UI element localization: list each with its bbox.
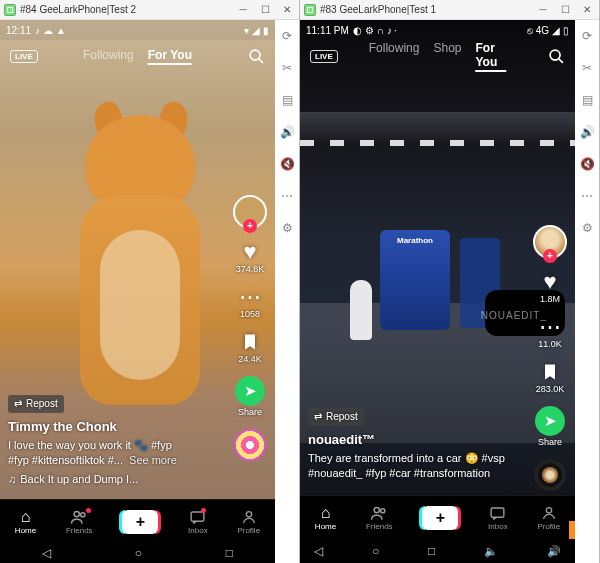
caption-text[interactable]: They are transformed into a car 😳 #vsp #…: [308, 451, 515, 481]
status-dot-icon: ·: [394, 25, 397, 36]
tool-volume-up-icon[interactable]: 🔊: [579, 124, 595, 140]
heart-icon: ♥: [543, 271, 556, 293]
minimize-button[interactable]: ─: [535, 2, 551, 18]
app-icon: [304, 4, 316, 16]
creator-avatar[interactable]: +: [533, 225, 567, 259]
like-button[interactable]: ♥374.8K: [236, 241, 265, 274]
tool-folder-icon[interactable]: ▤: [279, 92, 295, 108]
tool-settings-icon[interactable]: ⚙: [279, 220, 295, 236]
close-button[interactable]: ✕: [279, 2, 295, 18]
home-icon: ⌂: [321, 505, 331, 521]
wifi-icon: ▾: [244, 25, 249, 36]
tab-following[interactable]: Following: [369, 41, 420, 72]
close-button[interactable]: ✕: [579, 2, 595, 18]
status-icon: ∩: [377, 25, 384, 36]
recents-button[interactable]: □: [226, 546, 233, 560]
volume-up-button[interactable]: 🔊: [547, 545, 561, 558]
android-system-nav: ◁ ○ □: [0, 543, 275, 563]
live-button[interactable]: LIVE: [310, 50, 338, 63]
nav-friends[interactable]: Friends: [366, 505, 393, 531]
comment-count: 11.0K: [538, 339, 562, 349]
nav-home[interactable]: ⌂Home: [15, 509, 36, 535]
caption-text[interactable]: I love the way you work it 🐾 #fyp #fyp #…: [8, 438, 215, 468]
tool-rotate-icon[interactable]: ⟳: [579, 28, 595, 44]
app-icon: [4, 4, 16, 16]
android-system-nav: ◁ ○ □ 🔈 🔊: [300, 539, 575, 563]
repost-button[interactable]: ⇄Repost: [8, 395, 64, 413]
tool-screenshot-icon[interactable]: ✂: [279, 60, 295, 76]
tool-screenshot-icon[interactable]: ✂: [579, 60, 595, 76]
back-button[interactable]: ◁: [42, 546, 51, 560]
nav-friends[interactable]: Friends: [66, 509, 93, 535]
save-button[interactable]: 283.0K: [536, 361, 565, 394]
side-indicator: [569, 521, 575, 539]
signal-icon: ◢: [252, 25, 260, 36]
window-body: Marathon NOUAEDIT_ 11:11 PM ◐ ⚙ ∩ ♪ · ⎋ …: [300, 20, 599, 563]
see-more[interactable]: See more: [129, 454, 177, 466]
nav-inbox[interactable]: Inbox: [488, 505, 508, 531]
caption-area: ⇄Repost nouaedit™ They are transformed i…: [308, 408, 515, 481]
like-button[interactable]: ♥1.8M: [540, 271, 560, 304]
creator-username[interactable]: Timmy the Chonk: [8, 418, 215, 436]
comment-button[interactable]: ⋯1058: [239, 286, 261, 319]
like-count: 1.8M: [540, 294, 560, 304]
nav-home[interactable]: ⌂Home: [315, 505, 336, 531]
status-tiktok-icon: ♪: [387, 25, 392, 36]
search-icon[interactable]: [248, 48, 265, 65]
live-button[interactable]: LIVE: [10, 50, 38, 63]
tool-folder-icon[interactable]: ▤: [579, 92, 595, 108]
comment-button[interactable]: ⋯11.0K: [538, 316, 562, 349]
nav-profile[interactable]: Profile: [237, 509, 260, 535]
phone-screen: 12:11 ♪ ☁ ▲ ▾ ◢ ▮ LIVE Following For You: [0, 20, 275, 563]
minimize-button[interactable]: ─: [235, 2, 251, 18]
nav-inbox[interactable]: Inbox: [188, 509, 208, 535]
emulator-window-2: #83 GeeLarkPhone|Test 1 ─ ☐ ✕ Marathon N…: [300, 0, 600, 563]
feed-nav: LIVE Following For You: [0, 40, 275, 72]
tab-foryou[interactable]: For You: [475, 41, 506, 72]
emulator-window-1: #84 GeeLarkPhone|Test 2 ─ ☐ ✕ 12:11 ♪ ☁ …: [0, 0, 300, 563]
repost-icon: ⇄: [14, 397, 22, 411]
music-note-icon: ♫: [8, 472, 16, 487]
titlebar: #83 GeeLarkPhone|Test 1 ─ ☐ ✕: [300, 0, 599, 20]
home-button[interactable]: ○: [135, 546, 142, 560]
tool-volume-up-icon[interactable]: 🔊: [279, 124, 295, 140]
sound-disc[interactable]: [234, 429, 266, 461]
nav-profile[interactable]: Profile: [537, 505, 560, 531]
creator-username[interactable]: nouaedit™: [308, 431, 515, 449]
search-icon[interactable]: [548, 48, 565, 65]
volume-down-button[interactable]: 🔈: [484, 545, 498, 558]
window-body: 12:11 ♪ ☁ ▲ ▾ ◢ ▮ LIVE Following For You: [0, 20, 299, 563]
recents-button[interactable]: □: [428, 544, 435, 558]
tool-more-icon[interactable]: ⋯: [279, 188, 295, 204]
tool-settings-icon[interactable]: ⚙: [579, 220, 595, 236]
follow-plus-icon[interactable]: +: [243, 219, 257, 233]
share-button[interactable]: ➤Share: [235, 376, 265, 417]
svg-point-0: [250, 50, 260, 60]
repost-button[interactable]: ⇄Repost: [308, 408, 364, 426]
emulator-side-toolbar: ⟳ ✂ ▤ 🔊 🔇 ⋯ ⚙: [275, 20, 299, 563]
tool-rotate-icon[interactable]: ⟳: [279, 28, 295, 44]
svg-point-11: [546, 507, 551, 512]
tab-foryou[interactable]: For You: [148, 48, 192, 65]
tool-volume-down-icon[interactable]: 🔇: [279, 156, 295, 172]
tab-shop[interactable]: Shop: [433, 41, 461, 72]
svg-point-5: [246, 511, 251, 516]
create-button[interactable]: +: [422, 506, 458, 530]
tool-more-icon[interactable]: ⋯: [579, 188, 595, 204]
create-button[interactable]: +: [122, 510, 158, 534]
maximize-button[interactable]: ☐: [257, 2, 273, 18]
maximize-button[interactable]: ☐: [557, 2, 573, 18]
follow-plus-icon[interactable]: +: [543, 249, 557, 263]
bookmark-icon: [240, 331, 260, 353]
tool-volume-down-icon[interactable]: 🔇: [579, 156, 595, 172]
phone-screen: Marathon NOUAEDIT_ 11:11 PM ◐ ⚙ ∩ ♪ · ⎋ …: [300, 20, 575, 563]
creator-avatar[interactable]: +: [233, 195, 267, 229]
sound-row[interactable]: ♫Back It up and Dump I...: [8, 472, 215, 487]
tab-following[interactable]: Following: [83, 48, 134, 65]
share-button[interactable]: ➤Share: [535, 406, 565, 447]
status-tiktok-icon: ♪: [35, 25, 40, 36]
sound-disc[interactable]: [534, 459, 566, 491]
home-button[interactable]: ○: [372, 544, 379, 558]
back-button[interactable]: ◁: [314, 544, 323, 558]
save-button[interactable]: 24.4K: [238, 331, 262, 364]
